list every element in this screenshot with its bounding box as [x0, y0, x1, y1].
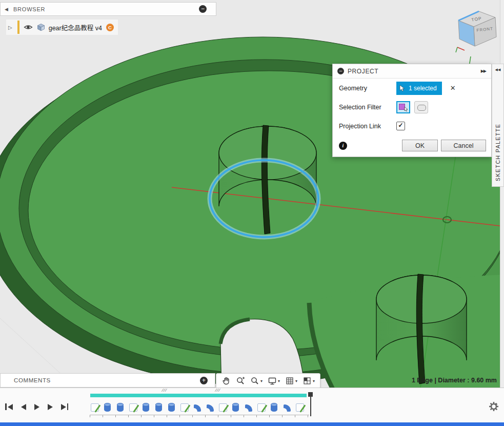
viewports-button[interactable]: ▾ — [300, 375, 317, 386]
cancel-button[interactable]: Cancel — [441, 140, 486, 151]
fit-magnifier-icon — [250, 376, 259, 385]
play-button[interactable] — [33, 402, 41, 411]
timeline-bar: /// /// — [0, 388, 504, 423]
timeline-highlight-track[interactable] — [90, 394, 307, 397]
timeline-feature-sketch[interactable] — [129, 399, 138, 413]
dialog-footer: i OK Cancel — [333, 135, 491, 157]
filter-specified-entities-button[interactable] — [396, 101, 410, 113]
timeline-feature-extrude[interactable] — [103, 399, 113, 413]
gear-icon — [489, 401, 499, 412]
dialog-collapse-icon[interactable]: − — [337, 68, 344, 74]
projection-link-checkbox[interactable]: ✓ — [396, 122, 405, 130]
projection-link-label: Projection Link — [339, 123, 396, 130]
document-name[interactable]: gear纪念品教程 v4 — [49, 23, 102, 32]
component-icon — [37, 23, 45, 31]
geometry-selected-count: 1 selected — [409, 85, 437, 92]
pan-button[interactable] — [219, 375, 233, 386]
body-filter-icon — [417, 105, 426, 111]
timeline-feature-fillet[interactable] — [283, 399, 292, 413]
go-to-start-button[interactable] — [4, 402, 14, 411]
comments-title: COMMENTS — [14, 377, 200, 383]
timeline-feature-fillet[interactable] — [244, 399, 254, 413]
fit-button[interactable]: ▾ — [248, 375, 265, 386]
project-dialog: − PROJECT ▶▶ Geometry 1 selected ✕ Selec… — [332, 64, 492, 157]
browser-panel-header: ◀ BROWSER − — [0, 2, 216, 16]
timeline-group-marker: /// — [214, 388, 221, 393]
timeline-feature-fillet[interactable] — [206, 399, 215, 413]
sketch-palette-expand-icon[interactable]: ◀◀ — [495, 64, 501, 74]
document-status-badge: C — [106, 24, 114, 31]
caret-down-icon: ▾ — [295, 379, 297, 383]
selection-status-text: 1 Edge | Diameter : 9.60 mm — [412, 377, 497, 384]
caret-down-icon: ▾ — [278, 379, 280, 383]
timeline-feature-extrude[interactable] — [142, 399, 151, 413]
cursor-arrow-icon — [399, 85, 406, 92]
display-monitor-icon — [268, 376, 277, 385]
browser-minimize-button[interactable]: − — [199, 5, 207, 13]
go-to-end-button[interactable] — [60, 402, 70, 411]
browser-tree-item[interactable]: ▷ gear纪念品教程 v4 C — [6, 20, 118, 35]
viewports-icon — [303, 376, 312, 385]
view-cube[interactable]: TOP FRONT — [455, 6, 498, 53]
window-edge-accent — [0, 422, 504, 426]
filter-bodies-button[interactable] — [414, 101, 428, 113]
browser-title: BROWSER — [13, 6, 199, 12]
info-icon[interactable]: i — [339, 142, 347, 150]
grid-icon — [285, 376, 294, 385]
active-document-bar — [17, 21, 19, 34]
sketch-palette-tab: ◀◀ SKETCH PALETTE — [492, 64, 504, 187]
zoom-button[interactable] — [234, 375, 247, 386]
browser-collapse-icon[interactable]: ◀ — [5, 7, 8, 12]
cursor-arrow-icon — [404, 107, 409, 112]
project-dialog-header[interactable]: − PROJECT ▶▶ — [333, 64, 491, 79]
comments-bar: COMMENTS + — [0, 373, 215, 388]
timeline-ticks — [90, 415, 309, 417]
dialog-title: PROJECT — [348, 68, 481, 75]
timeline-feature-sketch[interactable] — [257, 399, 267, 413]
timeline-settings-button[interactable] — [489, 401, 499, 413]
sketch-palette-title[interactable]: SKETCH PALETTE — [495, 77, 501, 181]
step-back-button[interactable] — [20, 402, 27, 411]
expand-arrow-icon[interactable]: ▷ — [8, 25, 12, 30]
timeline-feature-extrude[interactable] — [167, 399, 177, 413]
viewcube-y-axis — [456, 47, 457, 52]
add-comment-button[interactable]: + — [200, 377, 208, 384]
geometry-label: Geometry — [339, 85, 396, 92]
pan-hand-icon — [221, 376, 231, 385]
timeline-position-marker[interactable] — [308, 392, 313, 416]
projection-link-row: Projection Link ✓ — [333, 117, 491, 135]
clear-selection-icon[interactable]: ✕ — [450, 84, 456, 92]
timeline-feature-extrude[interactable] — [116, 399, 126, 413]
fusion-window: TOP FRONT ◀ BROWSER − ▷ gear纪念品教程 v4 C — [0, 0, 504, 426]
dialog-expand-icon[interactable]: ▶▶ — [481, 69, 486, 73]
timeline-feature-sketch[interactable] — [218, 399, 228, 413]
viewcube-x-axis — [457, 47, 465, 50]
selection-filter-row: Selection Filter — [333, 98, 491, 117]
timeline-playback-controls — [4, 402, 69, 411]
timeline-feature-extrude[interactable] — [231, 399, 241, 413]
canvas-nav-toolbar: ▾ ▾ ▾ — [216, 373, 320, 389]
timeline-feature-sketch[interactable] — [90, 399, 100, 413]
geometry-selected-button[interactable]: 1 selected — [396, 82, 442, 95]
ok-button[interactable]: OK — [402, 140, 438, 151]
caret-down-icon: ▾ — [313, 379, 315, 383]
timeline-features — [90, 398, 308, 413]
timeline-group-marker: /// — [161, 388, 168, 393]
selection-filter-label: Selection Filter — [339, 104, 396, 111]
zoom-icon — [236, 376, 245, 385]
display-settings-button[interactable]: ▾ — [266, 375, 282, 386]
step-forward-button[interactable] — [47, 402, 54, 411]
grid-snap-button[interactable]: ▾ — [283, 375, 299, 386]
timeline-feature-extrude[interactable] — [270, 399, 279, 413]
visibility-eye-icon[interactable] — [24, 24, 33, 30]
geometry-row: Geometry 1 selected ✕ — [333, 79, 491, 98]
caret-down-icon: ▾ — [260, 379, 263, 383]
timeline-feature-fillet[interactable] — [193, 399, 203, 413]
timeline-feature-sketch[interactable] — [295, 399, 305, 413]
timeline-feature-sketch[interactable] — [180, 399, 190, 413]
timeline-feature-extrude[interactable] — [154, 399, 164, 413]
